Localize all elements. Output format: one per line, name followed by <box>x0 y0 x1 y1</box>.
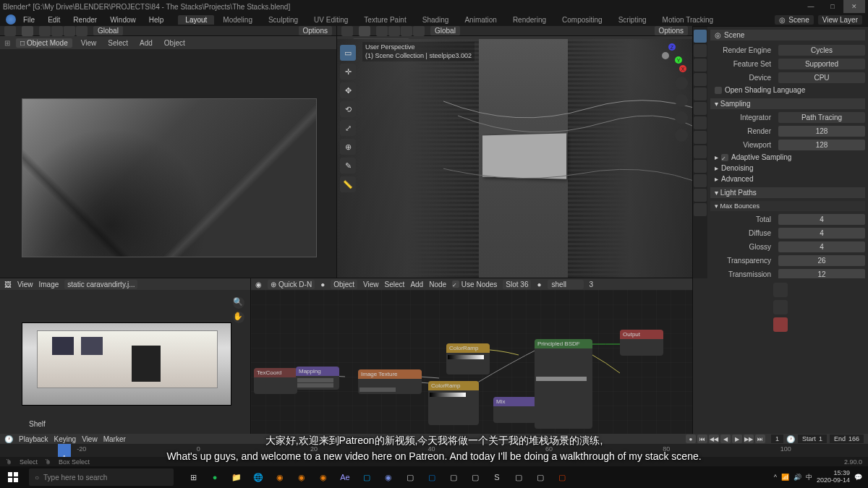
play-icon[interactable]: ▶ <box>732 435 742 443</box>
output-node[interactable]: Output <box>620 330 663 356</box>
principled-node[interactable]: Principled BSDF <box>535 339 592 429</box>
workspace-tab-shading[interactable]: Shading <box>415 15 456 25</box>
menu-help[interactable]: Help <box>143 16 170 24</box>
total-bounces[interactable]: 4 <box>778 214 865 225</box>
image-editor[interactable]: 🖼 View Image static caravandirty.j... 🔍 … <box>0 278 251 434</box>
osl-checkbox[interactable] <box>715 87 722 94</box>
options-dropdown[interactable]: Options <box>299 26 332 35</box>
workspace-tab-rendering[interactable]: Rendering <box>506 15 553 25</box>
add-menu[interactable]: Add <box>137 39 156 47</box>
viewport-3d-canvas[interactable] <box>337 39 692 278</box>
play-icon[interactable] <box>359 26 370 36</box>
chrome-icon[interactable]: 🌐 <box>247 466 269 488</box>
input-icon[interactable]: 中 <box>806 473 812 482</box>
node-editor[interactable]: ◉ ⊕ Quick D-N ● Object View Select Add N… <box>251 278 692 434</box>
cursor-tool-icon[interactable] <box>4 26 16 36</box>
glossy-bounces[interactable]: 4 <box>778 241 865 252</box>
maximize-button[interactable]: □ <box>822 0 843 13</box>
dnoise-button[interactable]: ⊕ Quick D-N <box>268 280 315 289</box>
data-tab[interactable] <box>694 174 707 187</box>
render-samples[interactable]: 128 <box>778 126 865 137</box>
app-icon[interactable]: ▢ <box>399 466 421 488</box>
taskbar-search[interactable]: ○ Type here to search <box>29 468 174 486</box>
workspace-tab-animation[interactable]: Animation <box>457 15 503 25</box>
menu-render[interactable]: Render <box>67 16 103 24</box>
view-menu[interactable]: View <box>78 39 100 47</box>
viewlayer-tab[interactable] <box>694 59 707 72</box>
render-tab[interactable] <box>694 30 707 43</box>
editor-type-icon[interactable]: 🕐 <box>4 435 13 443</box>
lightpaths-header[interactable]: ▾ Light Paths <box>710 187 865 198</box>
notifications-icon[interactable]: 💬 <box>854 474 862 481</box>
sampling-header[interactable]: ▾ Sampling <box>710 98 865 109</box>
jump-start-icon[interactable]: ⏮ <box>697 435 707 443</box>
play-reverse-icon[interactable]: ◀ <box>720 435 731 443</box>
jump-end-icon[interactable]: ⏭ <box>755 435 765 443</box>
blender-icon-2[interactable]: ◉ <box>291 466 312 488</box>
start-frame-input[interactable]: Start 1 <box>798 435 827 443</box>
select-menu[interactable]: Select <box>385 281 405 288</box>
rotate-tool[interactable]: ⟲ <box>340 101 356 117</box>
sphere-icon[interactable]: ● <box>320 281 325 288</box>
orientation-dropdown[interactable]: Global <box>93 26 123 35</box>
integrator-dropdown[interactable]: Path Tracing <box>778 112 865 123</box>
volume-icon[interactable]: 🔊 <box>793 474 801 481</box>
spotify-icon[interactable]: ● <box>204 466 226 488</box>
auto-key-icon[interactable]: ● <box>686 435 696 443</box>
orientation-dropdown[interactable]: Global <box>430 26 460 35</box>
playback-menu[interactable]: Playback <box>19 435 48 443</box>
modifier-tab[interactable] <box>694 116 707 129</box>
transparency-bounces[interactable]: 26 <box>778 255 865 266</box>
render-engine-dropdown[interactable]: Cycles <box>778 45 865 56</box>
view-menu[interactable]: View <box>17 281 33 288</box>
snap-icon[interactable] <box>39 26 51 36</box>
texcoord-node[interactable]: TexCoord <box>254 368 297 394</box>
texture-tab[interactable] <box>694 203 707 216</box>
app-icon[interactable]: ▢ <box>421 466 443 488</box>
physics-tab[interactable] <box>694 145 707 158</box>
view-layer-selector[interactable]: View Layer <box>818 15 862 25</box>
annotate-tool[interactable]: ✎ <box>340 158 356 174</box>
minimize-button[interactable]: — <box>800 0 822 13</box>
explorer-icon[interactable]: 📁 <box>226 466 247 488</box>
material-tab[interactable] <box>694 189 707 202</box>
editor-type-icon[interactable]: ◉ <box>255 281 262 288</box>
object-tab[interactable] <box>694 102 707 115</box>
cursor-tool[interactable]: ✛ <box>340 64 356 80</box>
end-frame-input[interactable]: End 166 <box>830 435 864 443</box>
clock-icon[interactable]: 🕐 <box>786 435 795 443</box>
add-menu[interactable]: Add <box>410 281 423 288</box>
constraints-tab[interactable] <box>694 160 707 173</box>
app-icon[interactable]: ▢ <box>551 466 573 488</box>
marker-menu[interactable]: Marker <box>103 435 126 443</box>
workspace-tab-modeling[interactable]: Modeling <box>216 15 260 25</box>
view-menu[interactable]: View <box>363 281 379 288</box>
mode-dropdown[interactable]: □ Object Mode <box>16 38 72 48</box>
image-menu[interactable]: Image <box>39 281 59 288</box>
workspace-tab-layout[interactable]: Layout <box>178 15 214 25</box>
colorramp-node-2[interactable]: ColorRamp <box>428 381 479 425</box>
menu-file[interactable]: File <box>17 16 41 24</box>
navigation-gizmo[interactable]: X Y Z <box>658 43 686 72</box>
node-menu[interactable]: Node <box>429 281 446 288</box>
material-name[interactable]: shell <box>548 280 584 289</box>
scene-breadcrumb[interactable]: ◎ Scene <box>710 30 865 40</box>
system-tray[interactable]: ^ 📶 🔊 中 15:39 2020-09-14 💬 <box>774 470 868 484</box>
menu-edit[interactable]: Edit <box>42 16 66 24</box>
transform-tool[interactable]: ⊕ <box>340 139 356 155</box>
prev-key-icon[interactable]: ◀◀ <box>709 435 719 443</box>
pan-icon[interactable]: ✋ <box>233 312 244 323</box>
viewport-camera[interactable]: Global Options ⊞ □ Object Mode View Sele… <box>0 26 337 278</box>
scene-tab[interactable] <box>694 73 707 86</box>
workspace-tab-texture[interactable]: Texture Paint <box>357 15 413 25</box>
start-button[interactable] <box>0 466 26 488</box>
viewport-3d[interactable]: Global Options ⊞ □ Object Mode View Sele… <box>337 26 692 278</box>
editor-type-icon[interactable]: ⊞ <box>4 39 10 47</box>
output-tab[interactable] <box>694 44 707 57</box>
adaptive-checkbox[interactable] <box>721 154 728 161</box>
workspace-tab-uv[interactable]: UV Editing <box>307 15 355 25</box>
blender-icon[interactable]: ◉ <box>269 466 291 488</box>
editor-type-icon[interactable]: 🖼 <box>4 281 12 288</box>
steam-icon[interactable]: S <box>486 466 508 488</box>
workspace-tab-sculpting[interactable]: Sculpting <box>261 15 305 25</box>
